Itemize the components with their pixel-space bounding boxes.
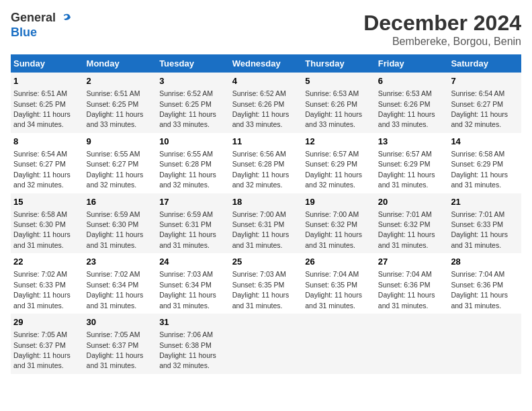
- day-info: Sunrise: 7:04 AMSunset: 6:36 PMDaylight:…: [378, 270, 435, 309]
- calendar-day-header: Wednesday: [230, 54, 303, 73]
- calendar-day-cell: 21 Sunrise: 7:01 AMSunset: 6:33 PMDaylig…: [448, 193, 521, 254]
- day-number: 21: [451, 196, 519, 208]
- calendar-day-cell: 4 Sunrise: 6:52 AMSunset: 6:26 PMDayligh…: [230, 73, 303, 133]
- day-number: 6: [378, 75, 446, 87]
- calendar-day-cell: 28 Sunrise: 7:04 AMSunset: 6:36 PMDaylig…: [448, 253, 521, 314]
- day-number: 29: [13, 316, 81, 328]
- day-info: Sunrise: 7:01 AMSunset: 6:33 PMDaylight:…: [451, 210, 508, 249]
- day-number: 19: [305, 196, 373, 208]
- month-year: December 2024: [363, 11, 521, 36]
- calendar-day-cell: 16 Sunrise: 6:59 AMSunset: 6:30 PMDaylig…: [84, 193, 157, 254]
- day-info: Sunrise: 7:04 AMSunset: 6:36 PMDaylight:…: [451, 270, 508, 309]
- day-number: 22: [13, 256, 81, 268]
- day-number: 2: [87, 75, 154, 87]
- calendar-day-header: Monday: [84, 54, 157, 73]
- header: General Blue December 2024 Bembereke, Bo…: [11, 11, 521, 48]
- day-number: 30: [87, 316, 154, 328]
- calendar-day-cell: 24 Sunrise: 7:03 AMSunset: 6:34 PMDaylig…: [157, 253, 230, 314]
- day-number: 18: [232, 196, 300, 208]
- day-info: Sunrise: 7:01 AMSunset: 6:32 PMDaylight:…: [378, 210, 435, 249]
- calendar-day-cell: 3 Sunrise: 6:52 AMSunset: 6:25 PMDayligh…: [157, 73, 230, 133]
- calendar-day-cell: 23 Sunrise: 7:02 AMSunset: 6:34 PMDaylig…: [84, 253, 157, 314]
- calendar-day-cell: [302, 314, 375, 374]
- calendar-day-cell: 6 Sunrise: 6:53 AMSunset: 6:26 PMDayligh…: [375, 73, 449, 133]
- day-info: Sunrise: 6:52 AMSunset: 6:26 PMDaylight:…: [232, 89, 290, 128]
- calendar-day-cell: 18 Sunrise: 7:00 AMSunset: 6:31 PMDaylig…: [230, 193, 303, 254]
- calendar-table: SundayMondayTuesdayWednesdayThursdayFrid…: [11, 54, 521, 374]
- day-number: 28: [451, 256, 519, 268]
- calendar-day-header: Thursday: [302, 54, 375, 73]
- calendar-day-cell: [230, 314, 303, 374]
- day-info: Sunrise: 6:51 AMSunset: 6:25 PMDaylight:…: [87, 89, 144, 128]
- day-info: Sunrise: 6:57 AMSunset: 6:29 PMDaylight:…: [305, 150, 362, 189]
- day-number: 24: [159, 256, 227, 268]
- day-number: 9: [87, 136, 154, 148]
- day-number: 11: [232, 136, 300, 148]
- calendar-week-row: 29 Sunrise: 7:05 AMSunset: 6:37 PMDaylig…: [11, 314, 521, 374]
- day-info: Sunrise: 7:05 AMSunset: 6:37 PMDaylight:…: [13, 330, 71, 369]
- calendar-week-row: 8 Sunrise: 6:54 AMSunset: 6:27 PMDayligh…: [11, 133, 521, 193]
- day-info: Sunrise: 6:51 AMSunset: 6:25 PMDaylight:…: [13, 89, 71, 128]
- day-number: 7: [451, 75, 519, 87]
- day-number: 14: [451, 136, 519, 148]
- calendar-day-cell: 14 Sunrise: 6:58 AMSunset: 6:29 PMDaylig…: [448, 133, 521, 193]
- day-info: Sunrise: 6:54 AMSunset: 6:27 PMDaylight:…: [451, 89, 508, 128]
- calendar-day-header: Saturday: [448, 54, 521, 73]
- logo-bird-icon: [57, 11, 72, 26]
- day-info: Sunrise: 7:02 AMSunset: 6:34 PMDaylight:…: [87, 270, 144, 309]
- calendar-day-cell: 8 Sunrise: 6:54 AMSunset: 6:27 PMDayligh…: [11, 133, 84, 193]
- calendar-day-header: Sunday: [11, 54, 84, 73]
- day-info: Sunrise: 6:56 AMSunset: 6:28 PMDaylight:…: [232, 150, 290, 189]
- day-info: Sunrise: 6:59 AMSunset: 6:30 PMDaylight:…: [87, 210, 144, 249]
- day-info: Sunrise: 7:03 AMSunset: 6:35 PMDaylight:…: [232, 270, 290, 309]
- calendar-day-cell: 2 Sunrise: 6:51 AMSunset: 6:25 PMDayligh…: [84, 73, 157, 133]
- logo: General Blue: [11, 11, 72, 40]
- calendar-day-cell: 29 Sunrise: 7:05 AMSunset: 6:37 PMDaylig…: [11, 314, 84, 374]
- day-info: Sunrise: 6:58 AMSunset: 6:29 PMDaylight:…: [451, 150, 508, 189]
- calendar-day-cell: 26 Sunrise: 7:04 AMSunset: 6:35 PMDaylig…: [302, 253, 375, 314]
- day-info: Sunrise: 6:55 AMSunset: 6:28 PMDaylight:…: [159, 150, 216, 189]
- calendar-header-row: SundayMondayTuesdayWednesdayThursdayFrid…: [11, 54, 521, 73]
- calendar-day-header: Friday: [375, 54, 449, 73]
- day-number: 8: [13, 136, 81, 148]
- location: Bembereke, Borgou, Benin: [363, 36, 521, 48]
- calendar-day-cell: [448, 314, 521, 374]
- day-info: Sunrise: 7:03 AMSunset: 6:34 PMDaylight:…: [159, 270, 216, 309]
- day-info: Sunrise: 6:52 AMSunset: 6:25 PMDaylight:…: [159, 89, 216, 128]
- day-info: Sunrise: 7:02 AMSunset: 6:33 PMDaylight:…: [13, 270, 71, 309]
- calendar-day-header: Tuesday: [157, 54, 230, 73]
- calendar-week-row: 22 Sunrise: 7:02 AMSunset: 6:33 PMDaylig…: [11, 253, 521, 314]
- calendar-day-cell: 19 Sunrise: 7:00 AMSunset: 6:32 PMDaylig…: [302, 193, 375, 254]
- day-info: Sunrise: 7:05 AMSunset: 6:37 PMDaylight:…: [87, 330, 144, 369]
- day-info: Sunrise: 6:55 AMSunset: 6:27 PMDaylight:…: [87, 150, 144, 189]
- day-info: Sunrise: 7:04 AMSunset: 6:35 PMDaylight:…: [305, 270, 362, 309]
- day-info: Sunrise: 6:53 AMSunset: 6:26 PMDaylight:…: [378, 89, 435, 128]
- logo-general: General: [11, 11, 56, 26]
- calendar-day-cell: 17 Sunrise: 6:59 AMSunset: 6:31 PMDaylig…: [157, 193, 230, 254]
- calendar-body: 1 Sunrise: 6:51 AMSunset: 6:25 PMDayligh…: [11, 73, 521, 374]
- day-info: Sunrise: 6:54 AMSunset: 6:27 PMDaylight:…: [13, 150, 71, 189]
- day-number: 20: [378, 196, 446, 208]
- calendar-day-cell: 1 Sunrise: 6:51 AMSunset: 6:25 PMDayligh…: [11, 73, 84, 133]
- calendar-day-cell: 10 Sunrise: 6:55 AMSunset: 6:28 PMDaylig…: [157, 133, 230, 193]
- day-number: 25: [232, 256, 300, 268]
- day-number: 17: [159, 196, 227, 208]
- calendar-day-cell: 27 Sunrise: 7:04 AMSunset: 6:36 PMDaylig…: [375, 253, 449, 314]
- day-number: 10: [159, 136, 227, 148]
- calendar-week-row: 1 Sunrise: 6:51 AMSunset: 6:25 PMDayligh…: [11, 73, 521, 133]
- logo-blue: Blue: [11, 26, 72, 40]
- calendar-day-cell: 15 Sunrise: 6:58 AMSunset: 6:30 PMDaylig…: [11, 193, 84, 254]
- calendar-day-cell: 20 Sunrise: 7:01 AMSunset: 6:32 PMDaylig…: [375, 193, 449, 254]
- day-number: 23: [87, 256, 154, 268]
- day-info: Sunrise: 6:53 AMSunset: 6:26 PMDaylight:…: [305, 89, 362, 128]
- day-info: Sunrise: 6:59 AMSunset: 6:31 PMDaylight:…: [159, 210, 216, 249]
- day-number: 4: [232, 75, 300, 87]
- day-info: Sunrise: 6:58 AMSunset: 6:30 PMDaylight:…: [13, 210, 71, 249]
- day-number: 12: [305, 136, 373, 148]
- day-number: 31: [159, 316, 227, 328]
- calendar-day-cell: 11 Sunrise: 6:56 AMSunset: 6:28 PMDaylig…: [230, 133, 303, 193]
- day-number: 3: [159, 75, 227, 87]
- day-number: 5: [305, 75, 373, 87]
- day-info: Sunrise: 7:00 AMSunset: 6:31 PMDaylight:…: [232, 210, 290, 249]
- calendar-day-cell: 25 Sunrise: 7:03 AMSunset: 6:35 PMDaylig…: [230, 253, 303, 314]
